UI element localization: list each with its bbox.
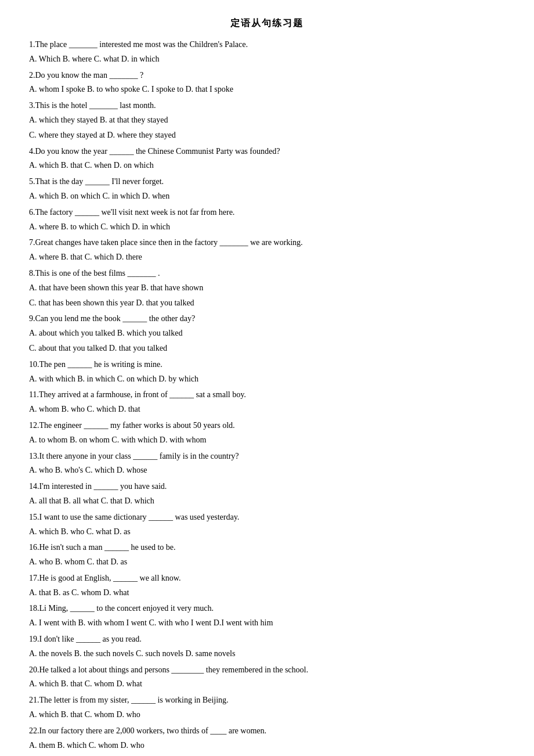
question-text-18: 18.Li Ming, ______ to the concert enjoye… xyxy=(29,602,505,615)
question-3: 3.This is the hotel _______ last month.A… xyxy=(29,99,505,142)
question-19: 19.I don't like ______ as you read.A. th… xyxy=(29,632,505,661)
options-13: A. who B. who's C. which D. whose xyxy=(29,463,505,477)
options-8-1: C. that has been shown this year D. that… xyxy=(29,296,505,310)
options-3-0: A. which they stayed B. at that they sta… xyxy=(29,113,505,127)
question-text-22: 22.In our factory there are 2,000 worker… xyxy=(29,724,505,738)
options-18: A. I went with B. with whom I went C. wi… xyxy=(29,616,505,630)
question-7: 7.Great changes have taken place since t… xyxy=(29,236,505,264)
question-text-17: 17.He is good at English, ______ we all … xyxy=(29,571,505,585)
question-text-1: 1.The place _______ interested me most w… xyxy=(29,38,505,52)
question-13: 13.It there anyone in your class ______ … xyxy=(29,449,505,478)
question-21: 21.The letter is from my sister, ______ … xyxy=(29,693,505,722)
options-4: A. which B. that C. when D. on which xyxy=(29,159,505,172)
question-text-6: 6.The factory ______ we'll visit next we… xyxy=(29,206,505,219)
question-text-14: 14.I'm interested in ______ you have sai… xyxy=(29,480,505,494)
options-15: A. which B. who C. what D. as xyxy=(29,525,505,539)
question-text-9: 9.Can you lend me the book ______ the ot… xyxy=(29,312,505,326)
question-text-10: 10.The pen ______ he is writing is mine. xyxy=(29,358,505,372)
options-14: A. all that B. all what C. that D. which xyxy=(29,494,505,508)
question-text-12: 12.The engineer ______ my father works i… xyxy=(29,419,505,433)
options-6: A. where B. to which C. which D. in whic… xyxy=(29,220,505,234)
page-title: 定语从句练习题 xyxy=(29,17,505,30)
question-5: 5.That is the day ______ I'll never forg… xyxy=(29,175,505,203)
question-text-15: 15.I want to use the same dictionary ___… xyxy=(29,510,505,524)
options-19: A. the novels B. the such novels C. such… xyxy=(29,647,505,661)
options-5: A. which B. on which C. in which D. when xyxy=(29,189,505,203)
question-text-7: 7.Great changes have taken place since t… xyxy=(29,236,505,250)
options-10: A. with which B. in which C. on which D.… xyxy=(29,372,505,386)
question-text-5: 5.That is the day ______ I'll never forg… xyxy=(29,175,505,189)
question-text-11: 11.They arrived at a farmhouse, in front… xyxy=(29,388,505,402)
options-9-1: C. about that you talked D. that you tal… xyxy=(29,341,505,355)
question-17: 17.He is good at English, ______ we all … xyxy=(29,571,505,600)
options-20: A. which B. that C. whom D. what xyxy=(29,677,505,691)
question-text-3: 3.This is the hotel _______ last month. xyxy=(29,99,505,113)
options-21: A. which B. that C. whom D. who xyxy=(29,708,505,722)
question-15: 15.I want to use the same dictionary ___… xyxy=(29,510,505,539)
question-text-16: 16.He isn't such a man ______ he used to… xyxy=(29,541,505,555)
options-11: A. whom B. who C. which D. that xyxy=(29,402,505,416)
question-text-20: 20.He talked a lot about things and pers… xyxy=(29,663,505,677)
question-12: 12.The engineer ______ my father works i… xyxy=(29,419,505,447)
question-22: 22.In our factory there are 2,000 worker… xyxy=(29,724,505,753)
question-14: 14.I'm interested in ______ you have sai… xyxy=(29,480,505,508)
question-6: 6.The factory ______ we'll visit next we… xyxy=(29,206,505,234)
question-11: 11.They arrived at a farmhouse, in front… xyxy=(29,388,505,416)
options-12: A. to whom B. on whom C. with which D. w… xyxy=(29,433,505,447)
options-17: A. that B. as C. whom D. what xyxy=(29,586,505,600)
options-9-0: A. about which you talked B. which you t… xyxy=(29,326,505,340)
question-9: 9.Can you lend me the book ______ the ot… xyxy=(29,312,505,355)
question-8: 8.This is one of the best films _______ … xyxy=(29,267,505,309)
question-text-8: 8.This is one of the best films _______ … xyxy=(29,267,505,280)
question-16: 16.He isn't such a man ______ he used to… xyxy=(29,541,505,569)
question-4: 4.Do you know the year ______ the Chines… xyxy=(29,145,505,173)
question-text-19: 19.I don't like ______ as you read. xyxy=(29,632,505,646)
question-10: 10.The pen ______ he is writing is mine.… xyxy=(29,358,505,386)
options-16: A. who B. whom C. that D. as xyxy=(29,555,505,569)
options-8-0: A. that have been shown this year B. tha… xyxy=(29,281,505,295)
question-text-2: 2.Do you know the man _______ ? xyxy=(29,69,505,82)
questions-container: 1.The place _______ interested me most w… xyxy=(29,38,505,756)
question-1: 1.The place _______ interested me most w… xyxy=(29,38,505,66)
question-18: 18.Li Ming, ______ to the concert enjoye… xyxy=(29,602,505,630)
question-text-21: 21.The letter is from my sister, ______ … xyxy=(29,693,505,707)
question-text-13: 13.It there anyone in your class ______ … xyxy=(29,449,505,463)
options-2: A. whom I spoke B. to who spoke C. I spo… xyxy=(29,82,505,96)
options-1: A. Which B. where C. what D. in which xyxy=(29,52,505,66)
question-20: 20.He talked a lot about things and pers… xyxy=(29,663,505,692)
question-text-4: 4.Do you know the year ______ the Chines… xyxy=(29,145,505,159)
question-2: 2.Do you know the man _______ ?A. whom I… xyxy=(29,69,505,97)
options-7: A. where B. that C. which D. there xyxy=(29,250,505,264)
options-3-1: C. where they stayed at D. where they st… xyxy=(29,128,505,142)
options-22: A. them B. which C. whom D. who xyxy=(29,739,505,753)
